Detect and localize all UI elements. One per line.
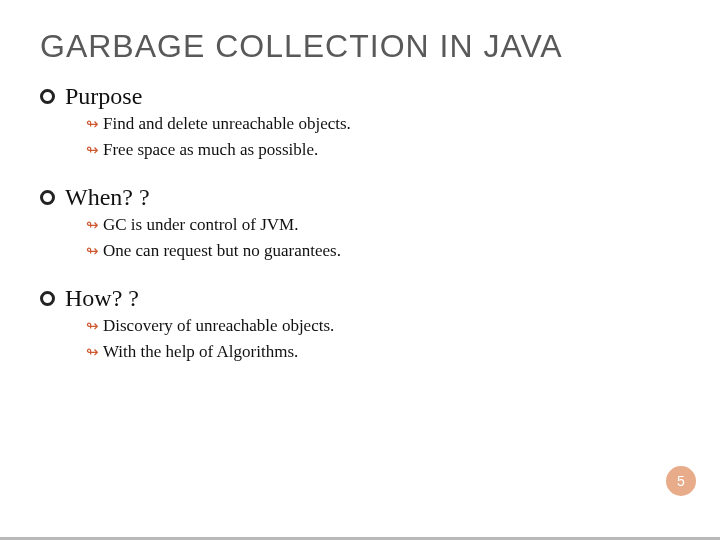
section-heading: Purpose — [65, 83, 142, 110]
wavy-bullet-icon: ↬ — [86, 138, 97, 162]
section-items: ↬ Discovery of unreachable objects. ↬ Wi… — [86, 314, 720, 364]
wavy-bullet-icon: ↬ — [86, 213, 97, 237]
ring-bullet-icon — [40, 291, 55, 306]
section-items: ↬ Find and delete unreachable objects. ↬… — [86, 112, 720, 162]
ring-bullet-icon — [40, 89, 55, 104]
section-heading-row: How? ? — [40, 285, 720, 312]
section-items: ↬ GC is under control of JVM. ↬ One can … — [86, 213, 720, 263]
list-item: ↬ GC is under control of JVM. — [86, 213, 720, 237]
list-item-text: Discovery of unreachable objects. — [103, 314, 334, 338]
list-item: ↬ With the help of Algorithms. — [86, 340, 720, 364]
wavy-bullet-icon: ↬ — [86, 340, 97, 364]
list-item-text: One can request but no guarantees. — [103, 239, 341, 263]
slide: GARBAGE COLLECTION IN JAVA Purpose ↬ Fin… — [0, 0, 720, 540]
list-item: ↬ Find and delete unreachable objects. — [86, 112, 720, 136]
list-item-text: Free space as much as possible. — [103, 138, 318, 162]
page-number-badge: 5 — [666, 466, 696, 496]
section-heading-row: When? ? — [40, 184, 720, 211]
ring-bullet-icon — [40, 190, 55, 205]
list-item: ↬ Discovery of unreachable objects. — [86, 314, 720, 338]
list-item-text: With the help of Algorithms. — [103, 340, 298, 364]
wavy-bullet-icon: ↬ — [86, 112, 97, 136]
wavy-bullet-icon: ↬ — [86, 239, 97, 263]
list-item-text: GC is under control of JVM. — [103, 213, 298, 237]
slide-title: GARBAGE COLLECTION IN JAVA — [40, 28, 720, 65]
section-heading: When? ? — [65, 184, 150, 211]
section-heading: How? ? — [65, 285, 139, 312]
list-item-text: Find and delete unreachable objects. — [103, 112, 351, 136]
list-item: ↬ Free space as much as possible. — [86, 138, 720, 162]
section-heading-row: Purpose — [40, 83, 720, 110]
list-item: ↬ One can request but no guarantees. — [86, 239, 720, 263]
wavy-bullet-icon: ↬ — [86, 314, 97, 338]
